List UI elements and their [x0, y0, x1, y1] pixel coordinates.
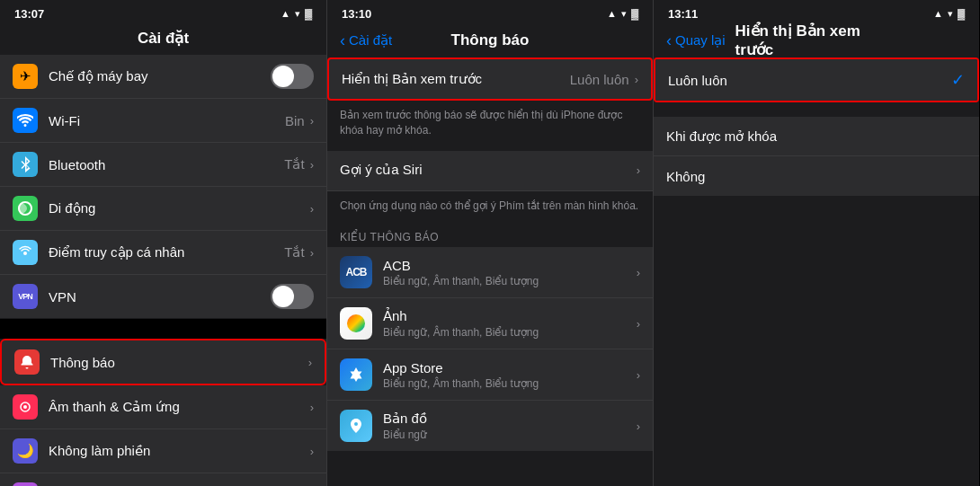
photos-info: Ảnh Biểu ngữ, Âm thanh, Biểu tượng	[383, 308, 637, 339]
row-bluetooth[interactable]: Bluetooth Tắt ›	[0, 143, 326, 187]
row-wifi[interactable]: Wi-Fi Bin ›	[0, 99, 326, 143]
svg-point-3	[23, 405, 27, 409]
preview-description: Bản xem trước thông báo sẽ được hiển thị…	[327, 101, 653, 151]
airplane-toggle[interactable]	[271, 64, 314, 89]
option-unlocked[interactable]: Khi được mở khóa	[654, 117, 979, 156]
hotspot-icon	[13, 240, 38, 265]
nav-title-2: Thông báo	[451, 31, 530, 49]
bluetooth-chevron: ›	[310, 158, 314, 172]
option-never[interactable]: Không	[654, 156, 979, 196]
photos-icon	[340, 307, 372, 340]
nav-title-3: Hiển thị Bản xem trước	[735, 22, 898, 59]
bluetooth-icon-row	[13, 152, 38, 177]
donotdisturb-label: Không làm phiền	[49, 443, 310, 459]
row-sounds[interactable]: Âm thanh & Cảm ứng ›	[0, 385, 326, 429]
hotspot-value: Tắt	[284, 244, 304, 261]
nav-bar-3: ‹ Quay lại Hiển thị Bản xem trước	[654, 25, 979, 57]
option-always-check: ✓	[951, 70, 965, 90]
app-row-photos[interactable]: Ảnh Biểu ngữ, Âm thanh, Biểu tượng ›	[327, 298, 653, 349]
photos-sub: Biểu ngữ, Âm thanh, Biểu tượng	[383, 326, 637, 339]
battery-icon-3: ▓	[958, 8, 965, 19]
airplane-icon: ✈	[13, 64, 38, 89]
option-always[interactable]: Luôn luôn ✓	[655, 59, 977, 101]
status-time-3: 13:11	[668, 7, 698, 21]
appstore-chevron: ›	[637, 368, 640, 382]
battery-icon-2: ▓	[631, 8, 638, 19]
app-row-acb[interactable]: ACB ACB Biểu ngữ, Âm thanh, Biểu tượng ›	[327, 247, 653, 298]
back-button-2[interactable]: ‹ Cài đặt	[340, 31, 392, 50]
wifi-icon: ▾	[295, 8, 300, 20]
notifications-label: Thông báo	[50, 355, 308, 370]
preview-value: Luôn luôn	[570, 72, 629, 87]
wifi-chevron: ›	[310, 114, 314, 128]
siri-row[interactable]: Gợi ý của Siri ›	[327, 151, 653, 191]
wifi-icon-row	[13, 108, 38, 133]
panel-settings: 13:07 ▲ ▾ ▓ Cài đặt ✈ Chế độ máy bay	[0, 0, 326, 486]
row-hotspot[interactable]: Điểm truy cập cá nhân Tắt ›	[0, 231, 326, 275]
preview-label: Hiển thị Bản xem trước	[342, 71, 570, 87]
sounds-chevron: ›	[310, 401, 314, 414]
vpn-label: VPN	[49, 289, 271, 305]
option-unlocked-label: Khi được mở khóa	[666, 128, 967, 145]
option-never-label: Không	[666, 169, 967, 184]
appstore-name: App Store	[383, 360, 637, 376]
siri-chevron: ›	[637, 163, 640, 177]
separator-1	[0, 319, 326, 339]
wifi-label: Wi-Fi	[49, 113, 285, 128]
panel-preview: 13:11 ▲ ▾ ▓ ‹ Quay lại Hiển thị Bản xem …	[653, 0, 979, 486]
sounds-label: Âm thanh & Cảm ứng	[49, 399, 310, 415]
svg-point-1	[23, 252, 27, 255]
acb-info: ACB Biểu ngữ, Âm thanh, Biểu tượng	[383, 258, 637, 287]
airplane-label: Chế độ máy bay	[49, 68, 271, 84]
row-cellular[interactable]: Di động ›	[0, 187, 326, 231]
screentime-icon: ⏱	[13, 482, 38, 486]
section-header-apps: KIỂU THÔNG BÁO	[327, 225, 653, 247]
maps-icon	[340, 410, 372, 442]
siri-label: Gợi ý của Siri	[340, 162, 637, 178]
notifications-icon	[14, 349, 40, 375]
app-row-appstore[interactable]: App Store Biểu ngữ, Âm thanh, Biểu tượng…	[327, 349, 653, 401]
donotdisturb-icon: 🌙	[13, 438, 38, 464]
cellular-label: Di động	[49, 200, 310, 216]
maps-sub: Biểu ngữ	[383, 429, 637, 441]
appstore-sub: Biểu ngữ, Âm thanh, Biểu tượng	[383, 377, 637, 390]
row-airplane[interactable]: ✈ Chế độ máy bay	[0, 55, 326, 99]
status-bar-2: 13:10 ▲ ▾ ▓	[327, 0, 653, 25]
panel-notifications: 13:10 ▲ ▾ ▓ ‹ Cài đặt Thông báo Hiển thị…	[326, 0, 653, 486]
back-button-3[interactable]: ‹ Quay lại	[666, 31, 726, 50]
notifications-chevron: ›	[308, 356, 312, 369]
wifi-value: Bin	[285, 113, 305, 128]
siri-description: Chọn ứng dụng nào có thể gợi ý Phím tắt …	[327, 191, 653, 226]
hotspot-label: Điểm truy cập cá nhân	[49, 244, 284, 261]
maps-chevron: ›	[637, 420, 640, 433]
cellular-icon	[13, 196, 38, 221]
maps-info: Bản đồ Biểu ngữ	[383, 411, 637, 441]
acb-sub: Biểu ngữ, Âm thanh, Biểu tượng	[383, 275, 637, 287]
nav-bar-2: ‹ Cài đặt Thông báo	[327, 25, 653, 57]
status-icons-2: ▲ ▾ ▓	[607, 8, 638, 20]
sounds-icon	[13, 394, 38, 420]
option-always-label: Luôn luôn	[668, 73, 951, 88]
acb-name: ACB	[383, 258, 637, 273]
row-screentime[interactable]: ⏱ Thời gian sử dụng ›	[0, 473, 326, 486]
battery-icon: ▓	[305, 8, 312, 19]
preview-chevron: ›	[635, 73, 638, 86]
settings-section-2: Thông báo › Âm thanh & Cảm ứng › 🌙 Không…	[0, 339, 326, 486]
vpn-toggle[interactable]	[271, 284, 314, 309]
row-notifications[interactable]: Thông báo ›	[0, 339, 326, 385]
acb-chevron: ›	[637, 266, 640, 279]
preview-row[interactable]: Hiển thị Bản xem trước Luôn luôn ›	[327, 57, 653, 101]
apps-section: ACB ACB Biểu ngữ, Âm thanh, Biểu tượng ›	[327, 247, 653, 451]
row-donotdisturb[interactable]: 🌙 Không làm phiền ›	[0, 429, 326, 473]
wifi-icon-3: ▾	[948, 8, 953, 20]
back-chevron-2: ‹	[340, 31, 345, 50]
app-row-maps[interactable]: Bản đồ Biểu ngữ ›	[327, 401, 653, 451]
row-vpn[interactable]: VPN VPN	[0, 275, 326, 318]
status-icons-3: ▲ ▾ ▓	[933, 8, 965, 20]
bluetooth-label: Bluetooth	[49, 157, 284, 172]
photos-name: Ảnh	[383, 308, 637, 324]
settings-list: ✈ Chế độ máy bay Wi-Fi Bin ›	[0, 55, 326, 486]
status-bar-1: 13:07 ▲ ▾ ▓	[0, 0, 326, 25]
maps-name: Bản đồ	[383, 411, 637, 427]
spacer	[654, 102, 979, 117]
